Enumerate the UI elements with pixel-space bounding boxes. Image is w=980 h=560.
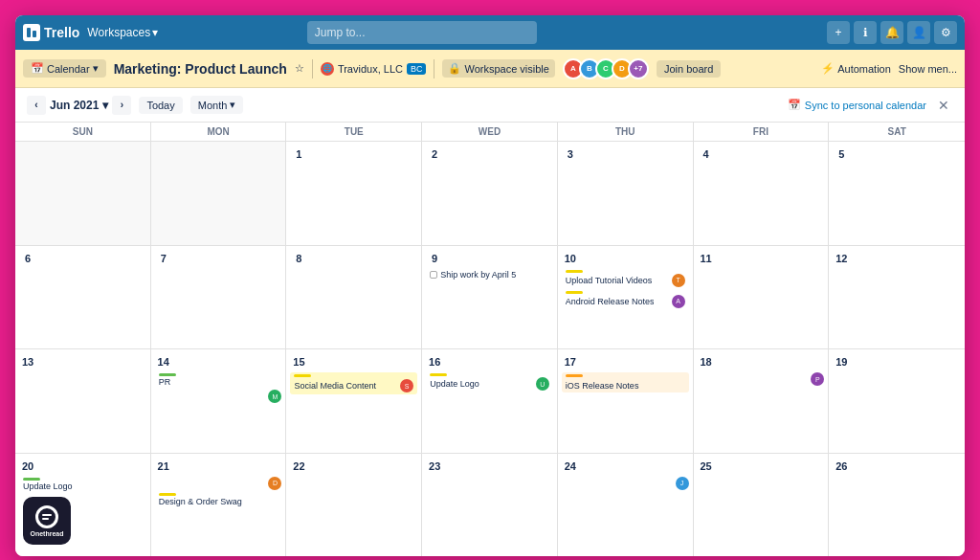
day-label-thu: THU bbox=[558, 123, 694, 141]
event-bar bbox=[159, 493, 176, 496]
event-bar bbox=[23, 478, 40, 481]
calendar-week-4: 20 Update Logo 21 D bbox=[15, 454, 965, 557]
join-board-button[interactable]: Join board bbox=[657, 60, 721, 78]
cal-cell-7: 7 bbox=[151, 246, 287, 349]
calendar-icon: 📅 bbox=[31, 62, 44, 75]
day-label-mon: MON bbox=[151, 123, 287, 141]
visibility-button[interactable]: 🔒 Workspace visible bbox=[442, 59, 554, 78]
trello-logo: Trello bbox=[23, 24, 79, 41]
notifications-button[interactable]: 🔔 bbox=[880, 21, 903, 44]
divider2 bbox=[434, 59, 434, 78]
event-avatar: P bbox=[811, 372, 824, 386]
days-header: SUN MON TUE WED THU FRI SAT bbox=[15, 123, 965, 142]
divider bbox=[312, 59, 313, 78]
star-icon[interactable]: ☆ bbox=[295, 62, 304, 75]
cal-cell-11: 11 bbox=[694, 246, 830, 349]
dropdown-icon: ▾ bbox=[102, 99, 108, 112]
event-avatar: S bbox=[400, 379, 413, 392]
next-month-button[interactable]: › bbox=[112, 96, 131, 115]
cal-cell: 1 bbox=[286, 142, 422, 245]
month-view-button[interactable]: Month ▾ bbox=[190, 96, 244, 114]
calendar-toolbar: ‹ Jun 2021 ▾ › Today Month ▾ 📅 Sync to p… bbox=[15, 88, 965, 123]
event-bar bbox=[566, 374, 583, 377]
cal-cell bbox=[15, 142, 151, 245]
onethread-label: Onethread bbox=[30, 530, 63, 537]
app-name: Trello bbox=[44, 25, 79, 40]
event-avatar: T bbox=[672, 274, 685, 287]
show-menu-button[interactable]: Show men... bbox=[899, 63, 957, 75]
prev-month-button[interactable]: ‹ bbox=[27, 96, 46, 115]
sync-button[interactable]: 📅 Sync to personal calendar bbox=[788, 99, 926, 111]
day-label-fri: FRI bbox=[694, 123, 830, 141]
svg-rect-0 bbox=[42, 514, 52, 516]
cal-cell-21: 21 D Design & Order Swag bbox=[151, 454, 287, 557]
event-avatar: A bbox=[672, 295, 685, 308]
nav-right: + ℹ 🔔 👤 ⚙ bbox=[827, 21, 957, 44]
event-bar bbox=[430, 373, 447, 376]
cal-cell: 3 bbox=[558, 142, 694, 245]
cal-cell-15: 15 Social Media Content S bbox=[286, 349, 422, 453]
cal-cell-12: 12 bbox=[829, 246, 965, 349]
event-android-release[interactable]: Android Release Notes A bbox=[562, 290, 689, 309]
onethread-logo: Onethread bbox=[23, 497, 71, 545]
event-upload-tutorial[interactable]: Upload Tutorial Videos T bbox=[562, 269, 689, 288]
event-label: Social Media Content bbox=[294, 381, 376, 391]
event-bar bbox=[566, 270, 583, 273]
day-label-sat: SAT bbox=[829, 123, 965, 141]
board-members: A B C D +7 bbox=[563, 58, 649, 79]
workspace-dot: 🌐 bbox=[321, 62, 334, 76]
event-update-logo[interactable]: Update Logo U bbox=[426, 372, 553, 392]
workspace-info: 🌐 Travidux, LLC BC bbox=[321, 62, 427, 76]
cal-cell-18: 18 P bbox=[694, 349, 830, 453]
calendar-grid: SUN MON TUE WED THU FRI SAT 1 2 3 4 5 6 … bbox=[15, 123, 965, 556]
cal-cell: 4 bbox=[694, 142, 830, 245]
checkbox-icon bbox=[430, 271, 437, 279]
settings-button[interactable]: ⚙ bbox=[934, 21, 957, 44]
add-button[interactable]: + bbox=[827, 21, 850, 44]
calendar-week-1: 1 2 3 4 5 bbox=[15, 142, 965, 246]
cal-cell-23: 23 bbox=[422, 454, 558, 557]
month-nav: ‹ Jun 2021 ▾ › bbox=[27, 96, 131, 115]
workspace-badge: BC bbox=[407, 63, 427, 75]
event-social-media[interactable]: Social Media Content S bbox=[290, 372, 417, 394]
calendar-view-button[interactable]: 📅 Calendar ▾ bbox=[23, 59, 106, 78]
cal-cell-6: 6 bbox=[15, 246, 151, 349]
cal-cell bbox=[151, 142, 287, 245]
cal-cell-19: 19 bbox=[829, 349, 965, 453]
app-frame: Trello Workspaces ▾ + ℹ 🔔 👤 ⚙ 📅 Calendar… bbox=[15, 15, 965, 556]
search-input[interactable] bbox=[307, 21, 537, 44]
workspaces-menu[interactable]: Workspaces ▾ bbox=[87, 26, 158, 39]
event-design-order-swag[interactable]: Design & Order Swag bbox=[155, 492, 282, 507]
cal-cell-9: 9 Ship work by April 5 bbox=[422, 246, 558, 349]
event-label: iOS Release Notes bbox=[566, 381, 639, 391]
cal-cell-22: 22 bbox=[286, 454, 422, 557]
event-bar bbox=[566, 291, 583, 294]
automation-button[interactable]: ⚡ Automation bbox=[821, 62, 891, 75]
trello-icon bbox=[23, 24, 40, 41]
top-nav: Trello Workspaces ▾ + ℹ 🔔 👤 ⚙ bbox=[15, 15, 965, 50]
cal-cell: 5 bbox=[829, 142, 965, 245]
avatar: +7 bbox=[628, 58, 649, 79]
event-avatar: D bbox=[268, 477, 281, 490]
event-label: Ship work by April 5 bbox=[440, 270, 516, 280]
svg-rect-1 bbox=[42, 518, 49, 520]
visibility-icon: 🔒 bbox=[448, 62, 461, 75]
cal-cell-25: 25 bbox=[694, 454, 830, 557]
cal-cell-10: 10 Upload Tutorial Videos T bbox=[558, 246, 694, 349]
automation-icon: ⚡ bbox=[821, 62, 835, 75]
day-label-tue: TUE bbox=[286, 123, 422, 141]
event-bar bbox=[294, 374, 311, 377]
event-ship-work[interactable]: Ship work by April 5 bbox=[426, 269, 553, 280]
today-button[interactable]: Today bbox=[139, 97, 182, 114]
profile-button[interactable]: 👤 bbox=[907, 21, 930, 44]
event-update-logo-20[interactable]: Update Logo bbox=[19, 477, 146, 492]
event-ios-release[interactable]: iOS Release Notes bbox=[562, 372, 689, 392]
info-button[interactable]: ℹ bbox=[854, 21, 877, 44]
event-avatar: M bbox=[268, 390, 281, 403]
calendar-week-3: 13 14 PR M 15 bbox=[15, 349, 965, 454]
calendar-week-2: 6 7 8 9 Ship work by April 5 10 bbox=[15, 246, 965, 350]
cal-cell-17: 17 iOS Release Notes bbox=[558, 349, 694, 453]
day-label-sun: SUN bbox=[15, 123, 151, 141]
event-pr[interactable]: PR bbox=[155, 372, 282, 388]
close-button[interactable]: ✕ bbox=[934, 96, 953, 115]
